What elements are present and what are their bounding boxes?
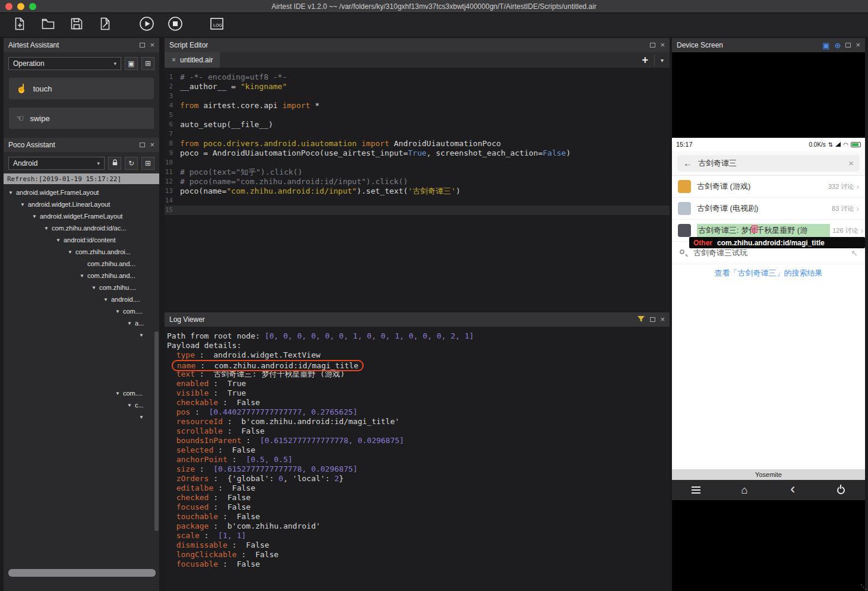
float-panel-icon[interactable] <box>845 43 851 48</box>
clear-search-icon[interactable]: × <box>848 158 854 168</box>
expander-icon[interactable]: ▼ <box>80 273 87 279</box>
tree-horizontal-scrollbar[interactable] <box>8 569 156 577</box>
tree-node[interactable]: ▼android.widget.LinearLayout <box>4 198 159 210</box>
stop-script-button[interactable] <box>165 15 185 35</box>
insert-suggestion-icon[interactable]: ↖ <box>851 248 858 258</box>
tree-node[interactable]: com.zhihu.and... <box>4 258 159 270</box>
tab-untitled-air[interactable]: × untitled.air <box>165 52 220 68</box>
code-line[interactable]: 2__author__ = "kingname" <box>165 82 670 91</box>
home-icon[interactable]: ⌂ <box>736 483 753 497</box>
code-line[interactable]: 13poco(name="com.zhihu.android:id/input"… <box>165 187 670 196</box>
refresh-hierarchy-button[interactable]: ↻ <box>125 157 138 170</box>
code-line[interactable]: 14 <box>165 196 670 206</box>
expander-icon[interactable]: ▼ <box>127 403 135 408</box>
operation-mode-select[interactable]: Operation ▾ <box>8 57 121 70</box>
expander-icon[interactable]: ▼ <box>44 226 52 231</box>
expander-icon[interactable]: ▼ <box>115 391 123 396</box>
expander-icon[interactable]: ▼ <box>139 415 147 420</box>
touch-action-button[interactable]: ☝ touch <box>8 77 154 100</box>
code-line[interactable]: 6auto_setup(__file__) <box>165 120 670 129</box>
close-panel-icon[interactable]: × <box>660 317 665 323</box>
tree-node[interactable]: ▼com.zhihu.... <box>4 282 159 293</box>
tree-node[interactable]: ▼com.zhihu.android:id/ac... <box>4 222 159 234</box>
tab-list-dropdown[interactable]: ▾ <box>654 55 670 66</box>
expander-icon[interactable]: ▼ <box>8 190 16 195</box>
close-panel-icon[interactable]: × <box>660 42 665 48</box>
search-result-row[interactable]: 古剑奇谭 (电视剧)83 讨论› <box>672 198 865 220</box>
expander-icon[interactable]: ▼ <box>127 321 135 326</box>
tree-node[interactable]: ▼com.... <box>4 305 159 317</box>
code-line[interactable]: 15 <box>165 206 670 215</box>
power-icon[interactable] <box>832 483 850 497</box>
tree-node[interactable]: ▼com.zhihu.and... <box>4 270 159 282</box>
inspect-window-button[interactable]: ⊞ <box>141 157 154 170</box>
tree-node[interactable]: ▼a... <box>4 317 159 329</box>
refresh-timestamp[interactable]: Refresh:[2019-01-19 15:17:22] <box>4 173 159 184</box>
back-arrow-icon[interactable]: ← <box>683 158 692 168</box>
save-script-button[interactable] <box>67 15 87 35</box>
tree-node[interactable]: ▼android.widget.FrameLayout <box>4 210 159 222</box>
tree-node[interactable]: ▼com.zhihu.androi... <box>4 246 159 258</box>
lock-hierarchy-button[interactable] <box>108 157 121 170</box>
phone-screen[interactable]: 15:17 0.0K/s ⇅ ◠ ← 古剑奇谭三 × 古剑奇谭 (游戏)332 … <box>672 138 865 469</box>
add-script-tab-button[interactable]: + <box>636 54 654 67</box>
expander-icon[interactable]: ▼ <box>103 297 111 302</box>
close-tab-icon[interactable]: × <box>172 56 176 64</box>
minimize-window-button[interactable] <box>17 3 24 10</box>
expander-icon[interactable]: ▼ <box>91 285 99 290</box>
code-line[interactable]: 4from airtest.core.api import * <box>165 101 670 110</box>
float-panel-icon[interactable] <box>650 317 655 322</box>
expander-icon[interactable]: ▼ <box>56 238 64 243</box>
device-mirror-area[interactable]: 15:17 0.0K/s ⇅ ◠ ← 古剑奇谭三 × 古剑奇谭 (游戏)332 … <box>672 52 865 591</box>
code-line[interactable]: 7 <box>165 129 670 139</box>
expander-icon[interactable]: ▼ <box>32 214 40 219</box>
float-panel-icon[interactable] <box>140 43 145 48</box>
tree-node[interactable]: ▼c... <box>4 399 159 411</box>
tree-node[interactable]: ▼ <box>4 411 159 423</box>
code-line[interactable]: 12# poco(name="com.zhihu.android:id/inpu… <box>165 177 670 187</box>
expander-icon[interactable]: ▼ <box>115 309 123 314</box>
code-line[interactable]: 10 <box>165 158 670 167</box>
insert-screenshot-button[interactable]: ▣ <box>125 57 138 70</box>
tree-node[interactable]: ▼android:id/content <box>4 234 159 246</box>
see-all-results-link[interactable]: 查看「古剑奇谭三」的搜索结果 <box>672 264 865 282</box>
toggle-log-window-button[interactable]: LOG <box>207 15 227 35</box>
coordinate-picker-icon[interactable]: ⊕ <box>835 41 841 50</box>
zoom-window-button[interactable] <box>29 3 36 10</box>
expander-icon[interactable]: ▼ <box>20 202 28 207</box>
code-line[interactable]: 5 <box>165 110 670 120</box>
float-panel-icon[interactable] <box>650 43 655 48</box>
poco-driver-select[interactable]: Android ▾ <box>8 157 105 170</box>
record-actions-button[interactable]: ⊞ <box>141 57 154 70</box>
code-line[interactable]: 8from poco.drivers.android.uiautomation … <box>165 139 670 148</box>
search-input[interactable]: ← 古剑奇谭三 × <box>677 155 860 172</box>
close-panel-icon[interactable]: × <box>150 142 154 148</box>
code-line[interactable]: 9poco = AndroidUiautomationPoco(use_airt… <box>165 148 670 158</box>
code-line[interactable]: 1# -*- encoding=utf8 -*- <box>165 72 670 82</box>
expander-icon[interactable]: ▼ <box>139 333 147 338</box>
back-icon[interactable]: ‹ <box>784 483 801 497</box>
open-script-button[interactable] <box>38 15 58 35</box>
code-line[interactable]: 11# poco(text="知乎").click() <box>165 167 670 177</box>
swipe-action-button[interactable]: ☜ swipe <box>8 107 154 129</box>
close-panel-icon[interactable]: × <box>150 42 154 48</box>
window-resize-grip[interactable]: ⋱ <box>860 583 867 591</box>
code-editor[interactable]: 1# -*- encoding=utf8 -*-2__author__ = "k… <box>165 68 670 312</box>
save-as-button[interactable] <box>95 15 115 35</box>
float-panel-icon[interactable] <box>140 143 145 147</box>
tree-vertical-scrollbar[interactable] <box>154 331 159 531</box>
tree-node[interactable]: ▼com.... <box>4 387 159 399</box>
close-window-button[interactable] <box>5 3 12 10</box>
search-result-row[interactable]: 古剑奇谭 (游戏)332 讨论› <box>672 176 865 198</box>
screen-snapshot-icon[interactable]: ▣ <box>822 41 829 50</box>
log-filter-icon[interactable] <box>637 315 645 324</box>
close-panel-icon[interactable]: × <box>856 42 860 48</box>
menu-icon[interactable] <box>687 483 705 497</box>
tree-node[interactable]: ▼android.... <box>4 293 159 305</box>
code-line[interactable]: 3 <box>165 91 670 101</box>
new-script-button[interactable] <box>10 15 30 35</box>
expander-icon[interactable]: ▼ <box>68 249 75 255</box>
log-output[interactable]: Path from root node: [0, 0, 0, 0, 0, 0, … <box>165 327 670 591</box>
tree-node[interactable]: ▼ <box>4 329 159 341</box>
run-script-button[interactable] <box>137 15 157 35</box>
